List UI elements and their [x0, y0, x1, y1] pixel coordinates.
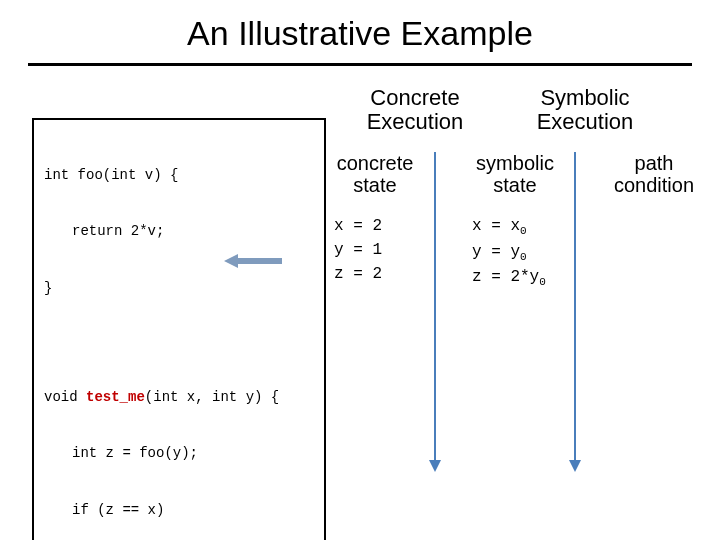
value-row: x = x0	[472, 214, 546, 240]
value-row: y = y0	[472, 240, 546, 266]
value-row: x = 2	[334, 214, 382, 238]
value-text: y = y	[472, 243, 520, 261]
code-line: int z = foo(y);	[44, 444, 314, 463]
code-line: int foo(int v) {	[44, 166, 314, 185]
slide-title: An Illustrative Example	[0, 0, 720, 59]
divider-line	[434, 152, 436, 462]
code-line: void test_me(int x, int y) {	[44, 388, 314, 407]
subhead-symbolic-state: symbolic state	[460, 152, 570, 196]
subhead-concrete-state: concrete state	[320, 152, 430, 196]
value-text: z = 2*y	[472, 268, 539, 286]
code-highlight: test_me	[86, 389, 145, 405]
concrete-values: x = 2 y = 1 z = 2	[334, 214, 382, 286]
divider-line	[574, 152, 576, 462]
value-text: x = x	[472, 217, 520, 235]
code-text: (int x, int y) {	[145, 389, 279, 405]
subscript: 0	[520, 251, 527, 263]
heading-symbolic-execution: Symbolic Execution	[520, 86, 650, 134]
code-line: }	[44, 279, 314, 298]
code-line: return 2*v;	[44, 222, 314, 241]
arrow-down-icon	[429, 460, 441, 472]
slide: An Illustrative Example int foo(int v) {…	[0, 0, 720, 540]
blank-line	[44, 336, 314, 350]
svg-rect-0	[236, 258, 282, 264]
subscript: 0	[539, 277, 546, 289]
arrow-down-icon	[569, 460, 581, 472]
code-text: void	[44, 389, 86, 405]
value-row: y = 1	[334, 238, 382, 262]
subhead-path-condition: path condition	[600, 152, 708, 196]
code-line: if (z == x)	[44, 501, 314, 520]
arrow-left-icon	[224, 254, 284, 268]
subscript: 0	[520, 225, 527, 237]
heading-concrete-execution: Concrete Execution	[350, 86, 480, 134]
value-row: z = 2*y0	[472, 265, 546, 291]
value-row: z = 2	[334, 262, 382, 286]
title-rule	[28, 63, 692, 66]
svg-marker-1	[224, 254, 238, 268]
code-block: int foo(int v) { return 2*v; } void test…	[32, 118, 326, 540]
symbolic-values: x = x0 y = y0 z = 2*y0	[472, 214, 546, 291]
